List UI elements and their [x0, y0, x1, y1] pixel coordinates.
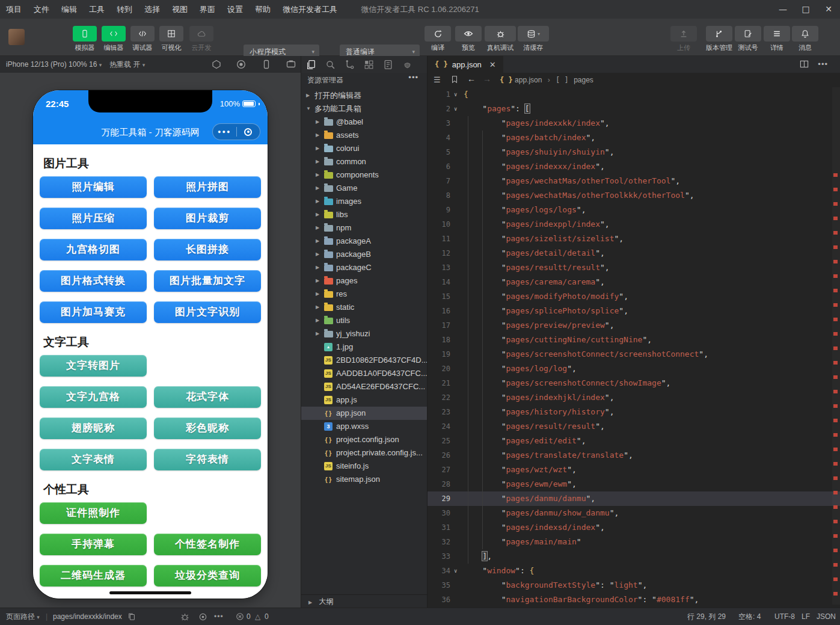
code-line[interactable]: 14 "pages/carema/carema",	[428, 275, 840, 289]
error-icon[interactable]	[236, 612, 245, 621]
code-line[interactable]: 13 "pages/resultt/result",	[428, 260, 840, 275]
toolbar-button-云开发[interactable]: 云开发	[189, 26, 213, 52]
tree-item-project.private.config.js...[interactable]: { }project.private.config.js...	[301, 446, 427, 460]
tree-item-app.wxss[interactable]: 3app.wxss	[301, 420, 427, 433]
code-line[interactable]: 19 "pages/screenshotConnect/screenshotCo…	[428, 347, 840, 362]
warning-icon[interactable]: △	[255, 608, 260, 625]
action-button-真机调试[interactable]: 真机调试	[485, 26, 516, 52]
cursor-position[interactable]: 行 29, 列 29	[687, 608, 726, 625]
code-line[interactable]: 3 "pages/indexxkk/index",	[428, 116, 840, 131]
close-icon[interactable]: ✕	[817, 0, 840, 19]
code-line[interactable]: 26 "pages/translate/translate",	[428, 448, 840, 463]
toolbar-button-上传[interactable]: 上传	[670, 26, 697, 52]
tree-item-utils[interactable]: ▶utils	[301, 314, 427, 327]
tree-section-多功能工具箱[interactable]: ▼多功能工具箱	[301, 102, 427, 115]
code-line[interactable]: 10 "pages/indexppl/index",	[428, 217, 840, 232]
close-tab-icon[interactable]: ✕	[489, 60, 496, 69]
tree-item-common[interactable]: ▶common	[301, 155, 427, 168]
toolbar-button-消息[interactable]: 消息	[792, 26, 818, 52]
tree-item-2BD10862FD6437CF4D...[interactable]: JS2BD10862FD6437CF4D...	[301, 354, 427, 367]
tool-button-垃圾分类查询[interactable]: 垃圾分类查询	[154, 565, 261, 587]
tool-button-文字转图片[interactable]: 文字转图片	[40, 355, 147, 377]
tree-item-libs[interactable]: ▶libs	[301, 208, 427, 221]
tree-item-packageC[interactable]: ▶packageC	[301, 261, 427, 274]
tool-button-字符表情[interactable]: 字符表情	[154, 449, 261, 470]
teapot-icon[interactable]	[402, 60, 412, 70]
code-line[interactable]: 7 "pages/wechatMas/otherTool/otherTool",	[428, 174, 840, 188]
breadcrumb-node[interactable]: pages	[571, 76, 593, 84]
menu-item-项目[interactable]: 项目	[0, 0, 28, 19]
code-line[interactable]: 16 "pages/splicePhoto/splice",	[428, 304, 840, 318]
record-status-icon[interactable]	[198, 612, 207, 621]
outline-menu-icon[interactable]: ☰	[434, 75, 441, 84]
more-menu-button[interactable]: ●●●	[213, 124, 236, 140]
code-line[interactable]: 25 "pages/edit/edit",	[428, 434, 840, 448]
code-line[interactable]: 32 "pages/main/main"	[428, 535, 840, 549]
tree-item-1.jpg[interactable]: ▴1.jpg	[301, 340, 427, 354]
vconsole-bug-icon[interactable]	[180, 612, 189, 621]
tool-button-手持弹幕[interactable]: 手持弹幕	[40, 534, 147, 555]
toolbar-button-调试器[interactable]: 调试器	[130, 26, 155, 52]
nav-back-icon[interactable]: ←	[467, 74, 476, 84]
maximize-icon[interactable]: □	[794, 0, 817, 19]
tree-item-AD54AE26FD6437CFC...[interactable]: JSAD54AE26FD6437CFC...	[301, 380, 427, 393]
tree-item-colorui[interactable]: ▶colorui	[301, 142, 427, 155]
tool-button-证件照制作[interactable]: 证件照制作	[40, 502, 147, 524]
tool-button-图片格式转换[interactable]: 图片格式转换	[40, 270, 147, 292]
menu-item-编辑[interactable]: 编辑	[55, 0, 83, 19]
tree-item-AADDB1A0FD6437CFC...[interactable]: JSAADDB1A0FD6437CFC...	[301, 367, 427, 380]
tree-item-images[interactable]: ▶images	[301, 195, 427, 208]
menu-item-文件[interactable]: 文件	[28, 0, 55, 19]
eol-setting[interactable]: LF	[802, 608, 810, 625]
rotate-device-icon[interactable]	[262, 60, 271, 69]
outline-section[interactable]: ▶ 大纲	[301, 594, 427, 608]
code-line[interactable]: 18 "pages/cuttingNine/cuttingNine",	[428, 333, 840, 347]
tree-item-npm[interactable]: ▶npm	[301, 221, 427, 235]
tree-item-assets[interactable]: ▶assets	[301, 129, 427, 142]
menu-item-工具[interactable]: 工具	[83, 0, 111, 19]
encoding[interactable]: UTF-8	[774, 608, 795, 625]
code-line[interactable]: 12 "pages/detail/detail",	[428, 246, 840, 260]
tool-button-花式字体[interactable]: 花式字体	[154, 386, 261, 408]
code-line[interactable]: 23 "pages/history/history",	[428, 405, 840, 419]
tool-button-翅膀昵称[interactable]: 翅膀昵称	[40, 417, 147, 439]
tool-button-图片批量加文字[interactable]: 图片批量加文字	[154, 270, 261, 292]
warning-count[interactable]: 0	[265, 608, 269, 625]
code-line[interactable]: 20 "pages/log/log",	[428, 362, 840, 376]
toolbar-button-版本管理[interactable]: 版本管理	[701, 26, 737, 52]
toolbar-button-模拟器[interactable]: 模拟器	[73, 26, 97, 52]
screenshot-icon[interactable]	[286, 60, 296, 69]
tree-item-components[interactable]: ▶components	[301, 168, 427, 182]
tree-item-sitemap.json[interactable]: { }sitemap.json	[301, 473, 427, 486]
code-line[interactable]: 15 "pages/modifyPhoto/modify",	[428, 289, 840, 304]
breadcrumb-file[interactable]: app.json	[515, 76, 542, 84]
toolbar-button-可视化[interactable]: 可视化	[159, 26, 183, 52]
code-line[interactable]: 24 "pages/result/result",	[428, 419, 840, 434]
code-line[interactable]: 28 "pages/ewm/ewm",	[428, 477, 840, 491]
code-line[interactable]: 34 "window": {∨	[428, 564, 840, 578]
split-editor-icon[interactable]	[800, 60, 809, 69]
code-line[interactable]: 4 "pages/batch/index",	[428, 131, 840, 145]
language-mode[interactable]: JSON	[817, 608, 836, 625]
code-line[interactable]: 33 ],	[428, 549, 840, 564]
tool-button-彩色昵称[interactable]: 彩色昵称	[154, 417, 261, 439]
page-path-selector[interactable]: 页面路径 ▾	[6, 608, 40, 625]
tree-item-siteinfo.js[interactable]: JSsiteinfo.js	[301, 460, 427, 473]
tree-item-app.js[interactable]: JSapp.js	[301, 393, 427, 407]
tool-button-图片裁剪[interactable]: 图片裁剪	[154, 208, 261, 229]
tree-item-static[interactable]: ▶static	[301, 301, 427, 314]
code-area[interactable]: 1{∨2 "pages": [∨3 "pages/indexxkk/index"…	[428, 87, 840, 607]
git-icon[interactable]	[345, 60, 355, 70]
code-line[interactable]: 22 "pages/indexhjkl/index",	[428, 390, 840, 405]
toolbar-button-编辑器[interactable]: 编辑器	[102, 26, 126, 52]
network-condition-icon[interactable]	[212, 60, 221, 69]
code-line[interactable]: 5 "pages/shuiyin/shuiyin",	[428, 145, 840, 159]
code-line[interactable]: 6 "pages/indexxx/index",	[428, 159, 840, 174]
code-line[interactable]: 21 "pages/screenshotConnect/showImage",	[428, 376, 840, 390]
tree-item-Game[interactable]: ▶Game	[301, 182, 427, 195]
menu-item-视图[interactable]: 视图	[166, 0, 194, 19]
device-selector[interactable]: iPhone 12/13 (Pro) 100% 16 ▾	[6, 56, 102, 73]
menu-item-帮助[interactable]: 帮助	[249, 0, 277, 19]
tree-item-yj_yishuzi[interactable]: ▶yj_yishuzi	[301, 327, 427, 340]
toolbar-button-详情[interactable]: 详情	[764, 26, 790, 52]
